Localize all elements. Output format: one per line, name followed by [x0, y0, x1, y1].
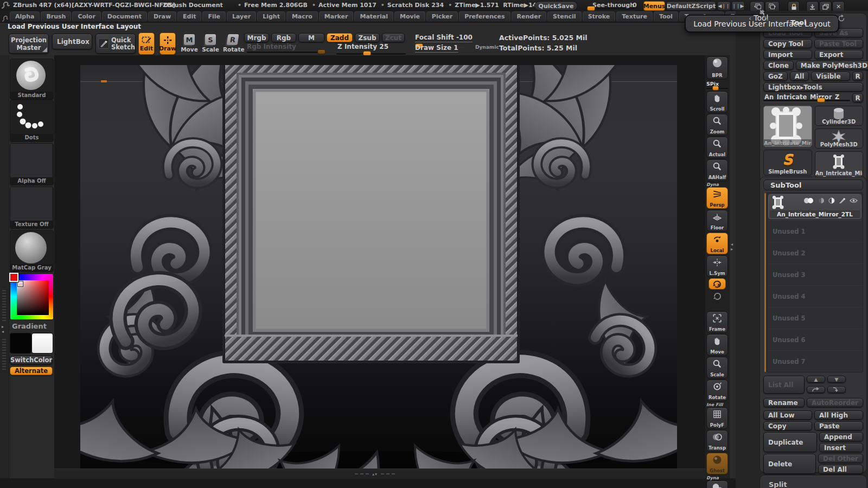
shelf-button-spix[interactable]: SPix — [706, 81, 728, 89]
shelf-button-scale[interactable]: Scale — [706, 357, 728, 378]
color-picker[interactable] — [10, 273, 54, 320]
subtool-item-unused-3[interactable]: Unused 3 — [767, 264, 863, 285]
menu-item-stroke[interactable]: Stroke — [583, 11, 616, 22]
canvas[interactable]: ▴▾ — [54, 55, 705, 478]
menu-item-draw[interactable]: Draw — [148, 11, 176, 22]
list-all-button[interactable]: List All — [763, 376, 805, 394]
split-palette[interactable]: Split — [760, 475, 867, 488]
menu-item-document[interactable]: Document — [102, 11, 147, 22]
subtool-down-button[interactable]: ▼ — [827, 376, 846, 383]
shelf-button-aahalf[interactable]: AAHalf — [706, 159, 728, 181]
shaded-sphere-icon[interactable] — [818, 197, 825, 204]
subtool-item-unused-2[interactable]: Unused 2 — [767, 242, 863, 264]
menu-item-tool[interactable]: Tool — [654, 11, 678, 22]
spix-slider[interactable] — [706, 88, 728, 89]
move-button[interactable]: M Move — [181, 34, 198, 53]
rename-button[interactable]: Rename — [763, 398, 805, 407]
restore-button[interactable] — [819, 1, 832, 12]
shelf-button-local[interactable]: Local — [706, 233, 728, 254]
scale-button[interactable]: S Scale — [202, 34, 219, 53]
tool-thumbnail-current[interactable]: An_Intricate_Mir — [763, 106, 812, 147]
del-all-button[interactable]: Del All — [818, 465, 863, 474]
goz-visible-button[interactable]: Visible — [811, 72, 850, 81]
menu-item-stencil[interactable]: Stencil — [547, 11, 582, 22]
shelf-button-rot-free[interactable] — [707, 291, 727, 303]
tool-name-slider[interactable]: An_Intricate_Mirror_Z — [763, 93, 850, 102]
shelf-button-persp[interactable]: Persp — [706, 187, 728, 209]
subtool-item-unused-1[interactable]: Unused 1 — [767, 220, 863, 242]
edit-button[interactable]: Edit — [138, 33, 155, 55]
make-polymesh3d-button[interactable]: Make PolyMesh3D — [796, 61, 868, 70]
tray-item-matcap-gray[interactable]: MatCap Gray — [10, 230, 54, 272]
import-button[interactable]: Import — [763, 50, 812, 59]
shelf-button-xyz[interactable]: x — [709, 278, 726, 290]
sculpt-3d-model[interactable] — [80, 65, 677, 468]
shelf-button-zoom[interactable]: Zoom — [706, 114, 728, 136]
rotate-button[interactable]: R Rotate — [223, 34, 242, 53]
color-picker-cursor[interactable] — [18, 281, 23, 286]
all-high-button[interactable]: All High — [814, 410, 863, 420]
insert-button[interactable]: Insert — [819, 443, 863, 452]
duplicate-button[interactable]: Duplicate — [763, 432, 817, 452]
tool-slider-r-button[interactable]: R — [852, 93, 863, 102]
see-through-slider[interactable] — [587, 8, 635, 10]
document-area[interactable] — [80, 65, 677, 468]
quick-sketch-button[interactable]: Quick Sketch — [95, 34, 136, 54]
menu-item-brush[interactable]: Brush — [41, 11, 71, 22]
menus-button[interactable]: Menus — [643, 1, 665, 11]
shelf-button-move[interactable]: Move — [706, 334, 728, 356]
back-chevron-icon[interactable]: ‹ — [749, 14, 751, 22]
menu-item-file[interactable]: File — [202, 11, 226, 22]
tool-thumbnail-simplebrush[interactable]: S SimpleBrush — [763, 150, 812, 176]
main-color-swatch[interactable] — [10, 333, 31, 354]
half-circle-icon[interactable] — [828, 197, 835, 204]
menu-item-edit[interactable]: Edit — [177, 11, 201, 22]
menu-item-preferences[interactable]: Preferences — [459, 11, 510, 22]
auto-reorder-button[interactable]: AutoReorder — [807, 398, 863, 407]
subtool-item-unused-5[interactable]: Unused 5 — [767, 307, 863, 329]
shelf-button-scroll[interactable]: Scroll — [706, 91, 728, 113]
goz-button[interactable]: GoZ — [763, 72, 788, 81]
subtool-item-selected[interactable]: An_Intricate_Mirror_2TL — [768, 194, 861, 219]
tool-thumbnail-mirror-recent[interactable]: An_Intricate_Mir — [815, 151, 864, 177]
shelf-button-bpr[interactable]: BPR — [706, 56, 728, 79]
append-button[interactable]: Append — [819, 432, 863, 441]
menu-item-texture[interactable]: Texture — [616, 11, 653, 22]
lock-ui-button[interactable] — [788, 1, 800, 12]
subtool-item-unused-7[interactable]: Unused 7 — [767, 350, 863, 372]
current-color-swatch[interactable] — [9, 273, 18, 282]
lightbox-button[interactable]: LightBox — [52, 34, 92, 49]
zcut-button[interactable]: Zcut — [382, 33, 405, 42]
delete-button[interactable]: Delete — [763, 454, 816, 474]
rgb-button[interactable]: Rgb — [271, 33, 296, 42]
shelf-button-frame[interactable]: Frame — [706, 311, 728, 333]
tray-item-alpha-off[interactable]: Alpha Off — [10, 143, 54, 185]
goz-all-button[interactable]: All — [790, 72, 809, 81]
default-zscript-button[interactable]: DefaultZScript — [666, 1, 716, 11]
tray-collapse-arrows[interactable]: ◂▸ — [731, 242, 733, 252]
menu-item-material[interactable]: Material — [354, 11, 393, 22]
polypaint-circles-icon[interactable] — [803, 197, 814, 204]
shelf-button-lsym[interactable]: L.Sym — [706, 255, 728, 277]
prev-ui-button[interactable]: ◀❘❘ — [717, 1, 731, 11]
lightbox-tools-button[interactable]: Lightbox▸Tools — [763, 82, 863, 92]
gradient-label[interactable]: Gradient — [12, 322, 47, 330]
projection-master-button[interactable]: Projection Master — [9, 34, 49, 54]
subtool-item-unused-6[interactable]: Unused 6 — [767, 329, 863, 350]
shelf-button-polyf[interactable]: PolyF — [706, 407, 728, 429]
z-intensity-slider[interactable] — [336, 53, 406, 55]
menu-item-marker[interactable]: Marker — [319, 11, 354, 22]
paste-subtool-button[interactable]: Paste — [814, 421, 863, 431]
subtool-move-up-button[interactable] — [807, 386, 825, 393]
shelf-button-actual[interactable]: Actual — [706, 137, 728, 158]
menu-item-macro[interactable]: Macro — [286, 11, 318, 22]
shelf-button-transp[interactable]: Transp — [706, 430, 728, 452]
menu-item-render[interactable]: Render — [512, 11, 547, 22]
canvas-scroll-arrows[interactable]: ▴▾ — [372, 472, 378, 477]
tool-thumbnail-cylinder3d[interactable]: Cylinder3D — [815, 106, 864, 126]
subtool-scroll-bar[interactable] — [764, 193, 766, 372]
export-button[interactable]: Export — [814, 50, 863, 59]
shelf-button-floor[interactable]: Floor — [706, 210, 728, 232]
rgb-intensity-slider[interactable] — [247, 52, 326, 53]
shelf-button-rotate[interactable]: Rotate — [706, 380, 728, 401]
